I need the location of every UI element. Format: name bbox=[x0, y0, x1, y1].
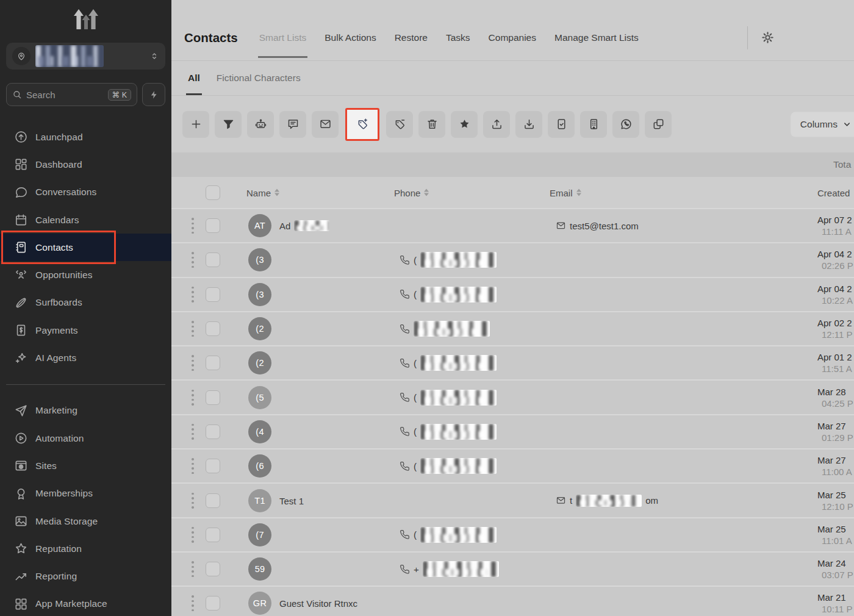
column-header-name[interactable]: Name bbox=[246, 187, 279, 198]
column-header-created[interactable]: Created bbox=[817, 187, 850, 198]
add-to-company-button[interactable] bbox=[580, 111, 607, 138]
contact-phone[interactable] bbox=[400, 321, 490, 337]
contact-phone[interactable]: ( bbox=[400, 527, 497, 543]
contact-phone[interactable]: ( bbox=[400, 458, 497, 474]
row-menu-button[interactable] bbox=[192, 458, 194, 474]
sidebar-item-label: Media Storage bbox=[35, 516, 98, 527]
quick-actions-button[interactable] bbox=[142, 83, 165, 106]
sidebar-item-dashboard[interactable]: Dashboard bbox=[0, 151, 171, 178]
sidebar-item-surfboards[interactable]: Surfboards bbox=[0, 289, 171, 317]
row-menu-button[interactable] bbox=[192, 493, 194, 509]
send-sms-button[interactable] bbox=[279, 111, 306, 138]
contact-phone[interactable]: ( bbox=[400, 287, 497, 303]
column-header-email[interactable]: Email bbox=[550, 187, 581, 198]
whatsapp-button[interactable] bbox=[612, 111, 639, 138]
contact-phone[interactable]: ( bbox=[400, 424, 497, 440]
row-checkbox[interactable] bbox=[206, 493, 220, 508]
sidebar-divider bbox=[6, 384, 165, 385]
contact-email[interactable]: test5@test1.com bbox=[556, 221, 639, 231]
sidebar-item-opportunities[interactable]: Opportunities bbox=[0, 261, 171, 288]
row-checkbox[interactable] bbox=[206, 218, 220, 233]
row-menu-button[interactable] bbox=[192, 252, 194, 268]
send-email-button[interactable] bbox=[312, 111, 339, 138]
sort-icon[interactable] bbox=[576, 189, 581, 196]
row-menu-button[interactable] bbox=[192, 561, 194, 577]
row-menu-button[interactable] bbox=[192, 527, 194, 543]
sidebar-item-label: Reputation bbox=[35, 543, 82, 554]
row-checkbox[interactable] bbox=[206, 252, 220, 267]
row-checkbox[interactable] bbox=[206, 356, 220, 370]
topnav-tab-tasks[interactable]: Tasks bbox=[446, 32, 470, 43]
sort-icon[interactable] bbox=[424, 189, 429, 196]
topnav-tab-smart-lists[interactable]: Smart Lists bbox=[259, 32, 307, 43]
contact-name[interactable]: Test 1 bbox=[279, 495, 304, 506]
add-contact-button[interactable] bbox=[182, 111, 209, 138]
delete-button[interactable] bbox=[418, 111, 445, 138]
sidebar-item-automation[interactable]: Automation bbox=[0, 424, 171, 452]
topnav-tab-bulk-actions[interactable]: Bulk Actions bbox=[325, 32, 376, 43]
avatar: (6 bbox=[248, 454, 271, 478]
sidebar-item-marketing[interactable]: Marketing bbox=[0, 397, 171, 424]
redacted-email bbox=[576, 495, 642, 507]
row-menu-button[interactable] bbox=[192, 390, 194, 406]
redacted-phone bbox=[420, 252, 497, 268]
list-tab-all[interactable]: All bbox=[188, 61, 200, 95]
import-button[interactable] bbox=[515, 111, 542, 138]
sidebar-item-memberships[interactable]: Memberships bbox=[0, 480, 171, 507]
add-tag-button[interactable] bbox=[345, 108, 379, 141]
settings-button[interactable] bbox=[758, 27, 778, 48]
row-checkbox[interactable] bbox=[206, 287, 220, 302]
contact-name[interactable]: Ad bbox=[279, 220, 329, 231]
row-checkbox[interactable] bbox=[206, 528, 220, 542]
sidebar-item-sites[interactable]: Sites bbox=[0, 452, 171, 479]
row-menu-button[interactable] bbox=[192, 595, 194, 611]
row-checkbox[interactable] bbox=[206, 424, 220, 439]
search-input[interactable]: Search ⌘ K bbox=[6, 83, 137, 106]
row-menu-button[interactable] bbox=[192, 218, 194, 234]
contact-phone[interactable]: ( bbox=[400, 252, 497, 268]
sidebar-item-media-storage[interactable]: Media Storage bbox=[0, 507, 171, 535]
row-checkbox[interactable] bbox=[206, 562, 220, 576]
columns-dropdown[interactable]: Columns bbox=[791, 112, 854, 137]
sidebar-item-conversations[interactable]: Conversations bbox=[0, 179, 171, 206]
remove-tag-button[interactable] bbox=[386, 111, 413, 138]
sidebar-item-calendars[interactable]: Calendars bbox=[0, 206, 171, 234]
automation-bot-button[interactable] bbox=[247, 111, 274, 138]
sidebar-item-reporting[interactable]: Reporting bbox=[0, 562, 171, 590]
sort-icon[interactable] bbox=[274, 189, 279, 196]
topnav-tab-manage-smart-lists[interactable]: Manage Smart Lists bbox=[554, 32, 639, 43]
account-switcher[interactable] bbox=[6, 43, 165, 70]
list-tab-fictional-characters[interactable]: Fictional Characters bbox=[217, 61, 301, 95]
contact-name[interactable]: Guest Visitor Rtnxc bbox=[279, 598, 357, 609]
sidebar-item-payments[interactable]: Payments bbox=[0, 317, 171, 344]
contact-phone[interactable]: + bbox=[400, 561, 499, 577]
row-menu-button[interactable] bbox=[192, 287, 194, 303]
row-checkbox[interactable] bbox=[206, 459, 220, 473]
favorite-button[interactable] bbox=[451, 111, 478, 138]
row-checkbox[interactable] bbox=[206, 390, 220, 405]
row-menu-button[interactable] bbox=[192, 355, 194, 371]
phone-prefix: ( bbox=[414, 289, 417, 299]
column-header-phone[interactable]: Phone bbox=[394, 187, 429, 198]
sidebar-item-app-marketplace[interactable]: App Marketplace bbox=[0, 590, 171, 616]
sidebar-item-contacts[interactable]: Contacts bbox=[0, 234, 171, 261]
sidebar-item-launchpad[interactable]: Launchpad bbox=[0, 123, 171, 151]
export-button[interactable] bbox=[483, 111, 510, 138]
filter-button[interactable] bbox=[215, 111, 242, 138]
select-all-checkbox[interactable] bbox=[206, 185, 220, 200]
plus-icon bbox=[190, 118, 203, 131]
sidebar-item-reputation[interactable]: Reputation bbox=[0, 535, 171, 562]
contact-phone[interactable]: ( bbox=[400, 355, 497, 371]
row-checkbox[interactable] bbox=[206, 596, 220, 611]
sidebar-item-ai-agents[interactable]: AI Agents bbox=[0, 344, 171, 371]
merge-button[interactable] bbox=[645, 111, 672, 138]
topnav-tab-companies[interactable]: Companies bbox=[489, 32, 536, 43]
created-time-line: 10:22 A bbox=[817, 295, 853, 306]
verify-email-button[interactable] bbox=[548, 111, 575, 138]
topnav-tab-restore[interactable]: Restore bbox=[395, 32, 428, 43]
contact-email[interactable]: tom bbox=[556, 495, 658, 507]
contact-phone[interactable]: ( bbox=[400, 390, 497, 406]
row-menu-button[interactable] bbox=[192, 424, 194, 440]
row-menu-button[interactable] bbox=[192, 321, 194, 337]
row-checkbox[interactable] bbox=[206, 321, 220, 336]
